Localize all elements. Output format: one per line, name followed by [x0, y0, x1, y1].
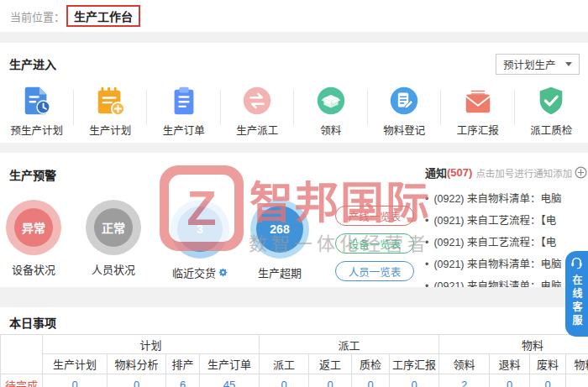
entry-item-4[interactable]: 生产派工	[221, 85, 295, 138]
table-value-cell[interactable]: 0	[566, 374, 588, 387]
notification-item-text: (0922) 来自物料清单：电脑	[433, 193, 561, 205]
doc-pen-icon	[388, 85, 420, 117]
headset-icon	[570, 255, 584, 273]
entry-section-title: 生产进入	[9, 55, 56, 72]
entry-item-7[interactable]: 工序汇报	[441, 85, 515, 138]
envelope-icon	[462, 85, 494, 117]
plus-circle-icon[interactable]	[575, 166, 587, 179]
table-value-cell[interactable]: 6	[166, 374, 200, 387]
open-box-icon	[315, 85, 347, 117]
table-value-cell[interactable]: 0	[352, 374, 390, 387]
table-value-cell[interactable]: 0	[108, 374, 166, 387]
breadcrumb-label: 当前位置：	[10, 8, 65, 24]
notebook-plus-icon	[94, 85, 126, 117]
table-value-cell[interactable]: 0	[530, 374, 566, 387]
entry-item-1[interactable]: 预生产计划	[0, 85, 74, 138]
pre-plan-dropdown[interactable]: 预计划生产	[496, 54, 580, 75]
bullet-icon: •	[425, 215, 428, 227]
today-items-section: 本日事项 计划派工物料生产计划物料分析排产生产订单派工返工质检工序汇报领料退料废…	[0, 307, 588, 387]
table-col-header: 派工	[260, 354, 309, 374]
notification-item-text: (0921) 来自物料清单：电脑	[433, 259, 561, 270]
breadcrumb: 当前位置： 生产工作台	[0, 0, 588, 32]
table-value-cell[interactable]: 0	[390, 374, 439, 387]
clipboard-icon	[168, 85, 200, 117]
today-items-table: 计划派工物料生产计划物料分析排产生产订单派工返工质检工序汇报领料退料废料物料登记…	[0, 334, 588, 387]
overview-button-3[interactable]: 人员一览表	[335, 261, 414, 281]
table-group-header: 计划	[43, 335, 260, 354]
status-circle-1: 异常设备状况	[0, 200, 74, 277]
status-circle-4: 268生产超期	[239, 200, 320, 280]
notification-item-4[interactable]: •(0921) 来自物料清单：电脑	[425, 254, 564, 275]
status-circle-value[interactable]: 异常	[14, 208, 53, 247]
shield-check-icon	[535, 85, 567, 117]
table-value-cell[interactable]: 0	[309, 374, 352, 387]
bullet-icon: •	[425, 193, 428, 205]
entry-item-label: 生产计划	[89, 122, 131, 138]
table-col-header: 返工	[309, 354, 352, 374]
production-workbench-screen: 当前位置： 生产工作台 生产进入 预计划生产 预生产计划生产计划生产订单生产派工…	[0, 0, 588, 387]
notification-panel: 通知 (507) 点击加号进行通知添加 •(0922) 来自物料清单：电脑•(0…	[425, 165, 564, 297]
notification-header: 通知 (507) 点击加号进行通知添加	[425, 165, 564, 180]
transfer-arrows-icon	[241, 85, 273, 117]
entry-item-label: 物料登记	[383, 122, 425, 138]
table-group-header: 派工	[260, 335, 439, 354]
table-col-header: 领料	[439, 354, 490, 374]
status-circle-label: 人员状况	[92, 261, 135, 277]
status-circle-value[interactable]: 268	[256, 206, 303, 253]
entry-item-5[interactable]: 领料	[294, 85, 368, 138]
entry-item-2[interactable]: 生产计划	[74, 85, 148, 138]
production-warning-section: 生产预警 异常设备状况正常人员状况3临近交货268生产超期 产线一览表设备一览表…	[0, 153, 588, 287]
status-circle-label-text: 生产超期	[258, 264, 302, 280]
today-section-title: 本日事项	[9, 314, 56, 331]
notification-item-2[interactable]: •(0921) 来自工艺流程：【电	[425, 210, 564, 232]
notification-hint: 点击加号进行通知添加	[475, 166, 572, 180]
table-col-header: 生产订单	[200, 354, 260, 374]
online-service-tab[interactable]: 在线客服	[565, 251, 588, 337]
gear-icon[interactable]	[218, 268, 228, 277]
entry-item-3[interactable]: 生产订单	[147, 85, 221, 138]
overview-button-1[interactable]: 产线一览表	[335, 206, 414, 226]
notification-title: 通知	[425, 165, 447, 180]
table-value-row: 待完成0064500002000	[1, 374, 588, 387]
table-col-header: 工序汇报	[390, 354, 439, 374]
status-circle-value[interactable]: 3	[177, 207, 223, 252]
entry-item-6[interactable]: 物料登记	[368, 85, 442, 138]
status-circle-3: 3临近交货	[160, 200, 240, 280]
status-circle-value[interactable]: 正常	[94, 208, 133, 247]
table-value-cell[interactable]: 45	[200, 374, 260, 387]
table-col-header: 废料	[530, 354, 566, 374]
status-circle-label-text: 人员状况	[92, 261, 135, 277]
table-group-header: 物料	[439, 335, 588, 354]
bullet-icon: •	[425, 259, 428, 270]
doc-clock-icon	[21, 85, 53, 117]
entry-item-label: 生产派工	[236, 122, 278, 138]
status-circle-label: 生产超期	[258, 264, 302, 280]
overview-button-2[interactable]: 设备一览表	[335, 233, 414, 254]
table-value-cell[interactable]: 0	[43, 374, 108, 387]
entry-icon-row: 预生产计划生产计划生产订单生产派工领料物料登记工序汇报派工质检	[0, 85, 588, 138]
bullet-icon: •	[425, 237, 428, 248]
table-col-header: 质检	[352, 354, 390, 374]
pre-plan-dropdown-value: 预计划生产	[503, 56, 556, 72]
entry-item-8[interactable]: 派工质检	[515, 85, 588, 138]
status-circle-outer: 正常	[86, 200, 141, 255]
entry-item-label: 派工质检	[530, 122, 572, 138]
notification-item-3[interactable]: •(0921) 来自工艺流程：【电	[425, 232, 564, 254]
status-circle-outer: 268	[250, 200, 309, 259]
table-row-label: 待完成	[1, 374, 43, 387]
chevron-down-icon	[565, 62, 572, 66]
notification-count-badge: (507)	[447, 166, 472, 179]
notification-item-1[interactable]: •(0922) 来自物料清单：电脑	[425, 188, 564, 210]
status-circle-label-text: 临近交货	[172, 264, 216, 280]
notification-list: •(0922) 来自物料清单：电脑•(0921) 来自工艺流程：【电•(0921…	[425, 188, 564, 297]
divider-band	[0, 287, 588, 307]
table-col-header: 物料登记	[566, 354, 588, 374]
entry-item-label: 预生产计划	[10, 122, 63, 138]
table-value-cell[interactable]: 0	[490, 374, 530, 387]
entry-item-label: 领料	[320, 122, 341, 138]
production-entry-section: 生产进入 预计划生产 预生产计划生产计划生产订单生产派工领料物料登记工序汇报派工…	[0, 43, 588, 143]
divider-band	[0, 32, 588, 43]
warning-section-title: 生产预警	[9, 166, 56, 183]
table-value-cell[interactable]: 0	[260, 374, 309, 387]
table-value-cell[interactable]: 2	[439, 374, 490, 387]
